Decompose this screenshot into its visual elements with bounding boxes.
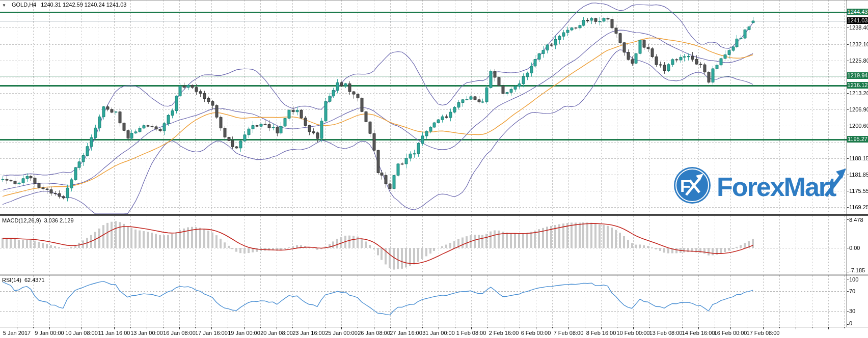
rsi-axis-label: 70 — [849, 288, 855, 294]
hline-price-tag: 1216.12 — [847, 82, 868, 89]
price-axis-label: 1238.40 — [849, 24, 868, 31]
price-axis-label: 1206.90 — [849, 106, 868, 112]
hline-price-tag: 1219.94 — [847, 72, 868, 79]
rsi-axis-label: 0 — [849, 320, 852, 326]
hline-price-tag: 1244.43 — [847, 9, 868, 15]
chart-title: GOLD,H4 1240.31 1242.59 1240.24 1241.03 — [2, 2, 126, 8]
macd-indicator-label: MACD(12,26,9)3.036 2.129 — [2, 217, 77, 223]
trading-chart-window: GOLD,H4 1240.31 1242.59 1240.24 1241.03 … — [0, 0, 868, 338]
macd-name: MACD(12,26,9) — [2, 217, 41, 223]
rsi-indicator-label: RSI(14)62.4371 — [2, 277, 48, 283]
symbol-timeframe: GOLD,H4 — [12, 2, 36, 8]
rsi-axis-label: 100 — [849, 276, 858, 283]
macd-axis-label: -7.185 — [849, 267, 865, 273]
price-axis-label: 1175.55 — [849, 188, 868, 194]
price-axis-label: 1169.25 — [849, 204, 868, 210]
rsi-value: 62.4371 — [24, 277, 45, 283]
price-chart-canvas[interactable] — [0, 0, 868, 338]
price-axis-label: 1225.80 — [849, 58, 868, 64]
time-axis-label: 17 Feb 08:00 — [743, 330, 783, 336]
price-axis-label: 1200.60 — [849, 123, 868, 129]
price-axis-label: 1188.15 — [849, 155, 868, 161]
dropdown-arrow-icon[interactable] — [2, 2, 7, 8]
rsi-name: RSI(14) — [2, 277, 21, 283]
price-axis-label: 1213.20 — [849, 90, 868, 96]
price-axis-label: 1181.85 — [849, 172, 868, 178]
hline-price-tag: 1195.27 — [847, 136, 868, 143]
rsi-axis-label: 30 — [849, 308, 855, 314]
price-axis-label: 1232.10 — [849, 41, 868, 47]
macd-values: 3.036 2.129 — [44, 217, 73, 223]
ohlc-values: 1240.31 1242.59 1240.24 1241.03 — [41, 2, 126, 8]
current-price-tag: 1241.03 — [847, 17, 868, 24]
macd-axis-label: 0.00 — [849, 245, 860, 251]
macd-axis-label: 8.478 — [849, 217, 863, 223]
